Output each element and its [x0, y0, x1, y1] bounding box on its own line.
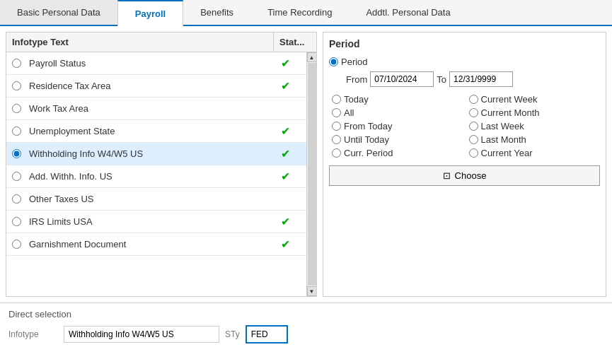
- period-option-radio-last_month[interactable]: [469, 135, 478, 144]
- to-label: To: [437, 74, 446, 85]
- row-radio-cell: [6, 127, 26, 136]
- period-option-label-until_today: Until Today: [344, 134, 389, 145]
- row-label: Work Tax Area: [26, 100, 264, 117]
- table-header: Infotype Text Stat...: [6, 33, 316, 52]
- direct-selection-section: Direct selection Infotype STy: [0, 303, 612, 359]
- table-row[interactable]: Unemployment State✔: [6, 120, 306, 143]
- period-option-current_week[interactable]: Current Week: [469, 94, 601, 105]
- row-radio-cell: [6, 172, 26, 181]
- period-option-radio-last_week[interactable]: [469, 122, 478, 131]
- choose-icon: ⊡: [443, 170, 451, 181]
- row-label: Add. Withh. Info. US: [26, 168, 264, 184]
- period-option-radio-current_week[interactable]: [469, 95, 478, 104]
- row-checkmark: ✔: [264, 57, 306, 70]
- row-radio-cell: [6, 104, 26, 113]
- row-radio-cell: [6, 81, 26, 90]
- table-row[interactable]: Garnishment Document✔: [6, 233, 306, 256]
- row-radio[interactable]: [12, 127, 21, 136]
- table-row[interactable]: Residence Tax Area✔: [6, 75, 306, 98]
- period-option-radio-until_today[interactable]: [332, 135, 341, 144]
- period-options-grid: TodayCurrent WeekAllCurrent MonthFrom To…: [332, 94, 600, 158]
- row-checkmark: ✔: [264, 79, 306, 93]
- sty-input[interactable]: [246, 325, 288, 344]
- row-radio[interactable]: [12, 194, 21, 204]
- period-option-radio-curr_period[interactable]: [332, 148, 341, 158]
- tab-payroll[interactable]: Payroll: [117, 0, 183, 26]
- period-option-radio-from_today[interactable]: [332, 122, 341, 131]
- scroll-up-btn[interactable]: ▲: [307, 52, 317, 62]
- choose-button[interactable]: ⊡ Choose: [329, 165, 600, 186]
- period-option-today[interactable]: Today: [332, 94, 463, 105]
- period-option-label-all: All: [344, 107, 354, 118]
- row-label: Residence Tax Area: [26, 78, 264, 94]
- table-row[interactable]: Withholding Info W4/W5 US✔: [6, 143, 306, 165]
- period-option-all[interactable]: All: [332, 107, 463, 118]
- tab-time[interactable]: Time Recording: [250, 0, 349, 25]
- row-label: Unemployment State: [26, 123, 264, 139]
- row-radio[interactable]: [12, 149, 21, 158]
- period-option-label-current_year: Current Year: [481, 148, 533, 158]
- table-body: Payroll Status✔Residence Tax Area✔Work T…: [6, 52, 306, 296]
- period-option-curr_period[interactable]: Curr. Period: [332, 148, 463, 158]
- table-row[interactable]: Add. Withh. Info. US✔: [6, 165, 306, 188]
- row-checkmark: ✔: [264, 237, 306, 251]
- row-radio-cell: [6, 59, 26, 68]
- period-option-radio-current_month[interactable]: [469, 108, 478, 117]
- from-label: From: [346, 74, 367, 85]
- period-title: Period: [329, 38, 600, 49]
- table-row[interactable]: Payroll Status✔: [6, 52, 306, 75]
- direct-selection-row: Infotype STy: [8, 325, 604, 344]
- row-radio-cell: [6, 217, 26, 226]
- row-radio[interactable]: [12, 104, 21, 113]
- period-radio-label[interactable]: Period: [329, 57, 368, 67]
- row-label: Payroll Status: [26, 55, 264, 71]
- row-label: IRS Limits USA: [26, 213, 264, 230]
- row-checkmark: ✔: [264, 170, 306, 183]
- row-radio[interactable]: [12, 172, 21, 181]
- direct-selection-title: Direct selection: [8, 309, 604, 319]
- row-radio[interactable]: [12, 240, 21, 249]
- row-label: Withholding Info W4/W5 US: [26, 146, 264, 162]
- period-option-radio-all[interactable]: [332, 108, 341, 117]
- row-radio-cell: [6, 149, 26, 158]
- period-option-radio-today[interactable]: [332, 95, 341, 104]
- period-option-label-today: Today: [344, 94, 369, 105]
- period-option-label-curr_period: Curr. Period: [344, 148, 393, 158]
- infotype-label: Infotype: [8, 329, 58, 339]
- scroll-track: [308, 63, 316, 286]
- period-option-current_year[interactable]: Current Year: [469, 148, 601, 158]
- scroll-down-btn[interactable]: ▼: [307, 286, 317, 296]
- col-infotype-text: Infotype Text: [6, 33, 274, 52]
- period-radio-text: Period: [341, 57, 368, 67]
- period-option-from_today[interactable]: From Today: [332, 121, 463, 131]
- period-option-until_today[interactable]: Until Today: [332, 134, 463, 145]
- from-to-row: From To: [346, 71, 600, 87]
- row-radio[interactable]: [12, 217, 21, 226]
- period-option-last_week[interactable]: Last Week: [469, 121, 601, 131]
- period-option-last_month[interactable]: Last Month: [469, 134, 601, 145]
- scrollbar[interactable]: ▲ ▼: [306, 52, 316, 296]
- period-radio-row: Period: [329, 57, 600, 67]
- period-option-radio-current_year[interactable]: [469, 148, 478, 158]
- row-checkmark: ✔: [264, 124, 306, 138]
- tab-benefits[interactable]: Benefits: [183, 0, 250, 25]
- table-row[interactable]: Work Tax Area: [6, 98, 306, 120]
- tab-addtl[interactable]: Addtl. Personal Data: [349, 0, 467, 25]
- choose-label: Choose: [455, 170, 487, 181]
- sty-label: STy: [225, 329, 240, 339]
- table-row[interactable]: Other Taxes US: [6, 188, 306, 211]
- period-option-current_month[interactable]: Current Month: [469, 107, 601, 118]
- period-option-label-current_month: Current Month: [481, 107, 540, 118]
- period-option-label-last_week: Last Week: [481, 121, 524, 131]
- row-radio[interactable]: [12, 59, 21, 68]
- to-date-input[interactable]: [449, 71, 513, 87]
- row-radio[interactable]: [12, 81, 21, 90]
- tab-basic[interactable]: Basic Personal Data: [0, 0, 117, 25]
- infotype-input[interactable]: [64, 326, 219, 343]
- period-option-label-from_today: From Today: [344, 121, 392, 131]
- col-stat: Stat...: [274, 33, 316, 52]
- period-radio[interactable]: [329, 57, 338, 66]
- tabs-bar: Basic Personal DataPayrollBenefitsTime R…: [0, 0, 612, 26]
- table-row[interactable]: IRS Limits USA✔: [6, 211, 306, 233]
- from-date-input[interactable]: [370, 71, 434, 87]
